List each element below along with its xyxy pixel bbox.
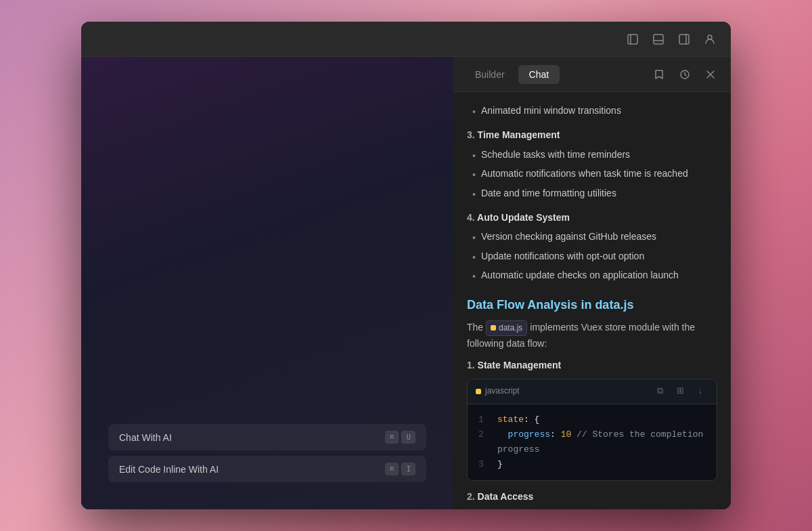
edit-shortcut-key: ⌘ [385, 463, 399, 475]
svg-point-6 [708, 35, 712, 39]
edit-code-ai-shortcut: ⌘ I [385, 463, 415, 475]
list-item-auto-notif: • Automatic notifications when task time… [467, 166, 717, 182]
section4-title: 4. Auto Update System [467, 210, 717, 225]
panel-header: Builder Chat [453, 57, 731, 92]
main-area: Chat With AI ⌘ U Edit Code Inline With A… [81, 57, 731, 509]
subsection1-title: 1. State Management [467, 358, 717, 373]
user-icon[interactable] [702, 32, 717, 47]
list-item-auto-update: • Automatic update checks on application… [467, 268, 717, 284]
svg-rect-0 [628, 35, 637, 44]
prose-intro: The data.js implements Vuex store module… [467, 320, 717, 351]
schedule-text: Schedule tasks with time reminders [481, 147, 630, 162]
code-line-3: 3 } [478, 457, 706, 472]
left-panel: Chat With AI ⌘ U Edit Code Inline With A… [81, 57, 453, 509]
section3-title: 3. Time Management [467, 127, 717, 142]
svg-rect-4 [679, 35, 689, 44]
app-window: Chat With AI ⌘ U Edit Code Inline With A… [81, 22, 731, 509]
update-notif-text: Update notifications with opt-out option [481, 249, 644, 263]
ai-actions: Chat With AI ⌘ U Edit Code Inline With A… [81, 424, 453, 482]
tab-chat[interactable]: Chat [518, 65, 560, 84]
close-icon[interactable] [701, 65, 720, 84]
analysis-heading: Data Flow Analysis in data.js [467, 295, 717, 315]
chat-ai-label: Chat With AI [119, 432, 172, 443]
bookmark-icon[interactable] [650, 65, 669, 84]
code-line-2: 2 progress: 10 // Stores the completion … [478, 427, 706, 457]
js-dot-icon [491, 325, 496, 331]
chat-shortcut-letter: U [401, 431, 415, 444]
code-body-state: 1 state: { 2 progress: 10 // Stores the … [468, 404, 717, 480]
animated-text: Animated mini window transitions [481, 103, 621, 118]
copy-btn-state[interactable]: ⧉ [652, 383, 668, 400]
code-header-state: javascript ⧉ ⊞ ↓ [468, 379, 717, 404]
list-item-update-notif: • Update notifications with opt-out opti… [467, 249, 717, 265]
layout-bottom-icon[interactable] [651, 32, 666, 47]
edit-code-ai-label: Edit Code Inline With AI [119, 464, 219, 475]
svg-rect-2 [654, 35, 663, 44]
prose-prefix: The [467, 322, 483, 333]
js-lang-dot [476, 389, 481, 394]
tab-builder[interactable]: Builder [464, 65, 516, 84]
edit-shortcut-letter: I [401, 463, 415, 475]
clock-icon[interactable] [675, 65, 694, 84]
code-actions-state: ⧉ ⊞ ↓ [652, 383, 708, 400]
expand-btn-state[interactable]: ⊞ [672, 383, 688, 400]
code-line-1: 1 state: { [478, 412, 706, 427]
edit-code-ai-row[interactable]: Edit Code Inline With AI ⌘ I [108, 456, 426, 482]
code-lang-state: javascript [476, 385, 520, 398]
code-block-state: javascript ⧉ ⊞ ↓ 1 state: { [467, 379, 717, 481]
chat-ai-shortcut: ⌘ U [385, 431, 415, 444]
download-btn-state[interactable]: ↓ [692, 383, 708, 400]
list-item-schedule: • Schedule tasks with time reminders [467, 147, 717, 163]
auto-notif-text: Automatic notifications when task time i… [481, 166, 688, 181]
panel-header-icons [650, 65, 720, 84]
badge-datajs: data.js [486, 320, 527, 336]
sidebar-left-icon[interactable] [625, 32, 640, 47]
chat-content[interactable]: • Animated mini window transitions 3. Ti… [453, 92, 731, 509]
right-panel: Builder Chat [453, 57, 731, 509]
datetime-text: Date and time formatting utilities [481, 186, 616, 200]
list-item-version: • Version checking against GitHub releas… [467, 229, 717, 245]
auto-update-text: Automatic update checks on application l… [481, 268, 679, 282]
titlebar [81, 22, 731, 57]
version-text: Version checking against GitHub releases [481, 229, 656, 244]
chat-shortcut-key: ⌘ [385, 431, 399, 444]
subsection2-title: 2. Data Access [467, 489, 717, 504]
tab-bar: Builder Chat [464, 65, 560, 84]
chat-with-ai-row[interactable]: Chat With AI ⌘ U [108, 424, 426, 450]
badge-text: data.js [499, 322, 522, 335]
list-item-animated: • Animated mini window transitions [467, 103, 717, 119]
sidebar-right-icon[interactable] [677, 32, 692, 47]
list-item-datetime: • Date and time formatting utilities [467, 186, 717, 202]
